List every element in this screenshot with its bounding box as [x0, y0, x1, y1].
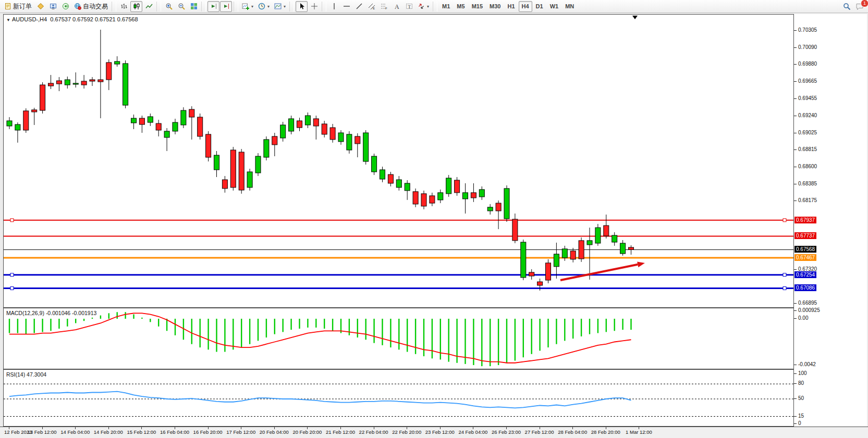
label-button[interactable]: T — [403, 1, 415, 12]
crosshair-button[interactable] — [308, 1, 320, 12]
price-chart-pane[interactable]: ▼AUDUSD-,H4 0.67537 0.67592 0.67521 0.67… — [3, 14, 794, 308]
symbol-dropdown-icon[interactable]: ▼ — [6, 18, 10, 22]
macd-signal-value: -0.001913 — [72, 310, 96, 316]
market-watch-button[interactable] — [34, 1, 46, 12]
news-button[interactable] — [59, 1, 71, 12]
rsi-value: 47.3004 — [27, 371, 46, 378]
line-chart-button[interactable] — [143, 1, 155, 12]
price-line-label: 0.67937 — [794, 217, 816, 223]
chart-shift-button[interactable] — [220, 1, 232, 12]
periods-button[interactable]: ▾ — [256, 1, 272, 12]
notifications-button[interactable]: 1 — [853, 1, 866, 12]
templates-button[interactable]: ▾ — [272, 1, 288, 12]
axis-tick-mark — [794, 64, 797, 65]
toolbar-separator — [201, 2, 206, 11]
axis-tick-mark — [794, 416, 797, 417]
time-label: 13 Feb 12:00 — [28, 429, 57, 435]
tile-windows-button[interactable] — [188, 1, 200, 12]
bar-chart-button[interactable] — [118, 1, 130, 12]
timeframe-m15-button[interactable]: M15 — [469, 1, 486, 12]
zoom-out-button[interactable] — [175, 1, 187, 12]
ohlc-high: 0.67592 — [72, 16, 93, 22]
toolbar-separator — [433, 2, 437, 11]
price-tick: 0.68175 — [798, 197, 817, 203]
signal-icon — [62, 3, 69, 10]
macd-chart[interactable] — [4, 308, 793, 369]
axis-tick-mark — [794, 269, 797, 270]
macd-pane[interactable]: MACD(12,26,9) -0.001046 -0.001913 — [3, 308, 794, 369]
text-button[interactable]: A — [390, 1, 402, 12]
cursor-button[interactable] — [296, 1, 308, 12]
timeframe-d1-button[interactable]: D1 — [533, 1, 546, 12]
timeframe-h1-button[interactable]: H1 — [504, 1, 518, 12]
chart-header: ▼AUDUSD-,H4 0.67537 0.67592 0.67521 0.67… — [6, 16, 138, 22]
search-icon — [843, 3, 851, 10]
axis-tick-mark — [794, 423, 797, 424]
new-order-button[interactable]: 新订单 — [2, 1, 34, 12]
rsi-axis-tick: 80 — [798, 380, 804, 386]
horizontal-line-icon — [343, 3, 350, 10]
price-tick: 0.66895 — [798, 300, 817, 306]
chart-window: ▼AUDUSD-,H4 0.67537 0.67592 0.67521 0.67… — [0, 14, 868, 438]
auto-scroll-button[interactable] — [207, 1, 219, 12]
search-button[interactable] — [841, 1, 853, 12]
price-tick: 0.68815 — [798, 146, 817, 152]
ohlc-low: 0.67521 — [95, 16, 116, 22]
vertical-line-button[interactable] — [328, 1, 340, 12]
price-line-label: 0.67737 — [794, 232, 816, 239]
time-axis[interactable]: 12 Feb 202313 Feb 12:0014 Feb 04:0014 Fe… — [0, 427, 868, 438]
chevron-down-icon: ▾ — [267, 4, 270, 9]
time-label: 24 Feb 04:00 — [458, 429, 487, 435]
ohlc-close: 0.67568 — [117, 16, 138, 22]
time-label: 1 Mar 12:00 — [626, 429, 652, 435]
axis-tick-mark — [794, 47, 797, 48]
zoom-in-button[interactable] — [163, 1, 175, 12]
time-label: 14 Feb 20:00 — [94, 429, 123, 435]
toolbar-separator — [322, 2, 326, 11]
time-label: 14 Feb 04:00 — [60, 429, 90, 435]
fibonacci-button[interactable]: F — [378, 1, 390, 12]
bar-chart-icon — [120, 3, 128, 10]
rsi-axis-tick: 100 — [798, 370, 807, 376]
macd-axis-tick: 0.00 — [798, 315, 808, 321]
time-label: 28 Feb 20:00 — [591, 429, 620, 435]
timeframe-m30-button[interactable]: M30 — [486, 1, 504, 12]
rsi-pane[interactable]: RSI(14) 47.3004 — [3, 369, 794, 427]
timeframe-mn-button[interactable]: MN — [562, 1, 577, 12]
arrows-button[interactable]: ▾ — [415, 1, 431, 12]
chevron-down-icon: ▾ — [251, 4, 253, 9]
rsi-axis-tick: 15 — [798, 413, 804, 419]
timeframe-h4-button[interactable]: H4 — [519, 1, 532, 12]
macd-axis-tick: -0.0042 — [798, 361, 816, 367]
rsi-chart[interactable] — [4, 370, 793, 426]
profile-button[interactable] — [47, 1, 59, 12]
notification-badge: 1 — [861, 0, 868, 7]
horizontal-line-button[interactable] — [340, 1, 352, 12]
time-label: 21 Feb 12:00 — [326, 429, 355, 435]
axis-tick-mark — [794, 383, 797, 384]
text-icon: A — [393, 3, 400, 10]
svg-text:F: F — [385, 7, 387, 10]
vertical-line-icon — [331, 3, 338, 10]
candlestick-chart[interactable] — [4, 15, 793, 307]
price-line-label: 0.67467 — [794, 254, 816, 261]
auto-scroll-icon — [210, 3, 217, 10]
axis-tick-mark — [794, 149, 797, 150]
timeframe-w1-button[interactable]: W1 — [547, 1, 562, 12]
axis-tick-mark — [794, 116, 797, 116]
axis-tick-mark — [794, 81, 797, 82]
timeframe-m1-button[interactable]: M1 — [439, 1, 453, 12]
axis-tick-mark — [794, 184, 797, 184]
price-line-label: 0.67568 — [794, 246, 816, 253]
channel-button[interactable]: E — [365, 1, 377, 12]
axis-tick-mark — [794, 373, 797, 374]
rsi-axis-tick: 0 — [798, 420, 801, 426]
timeframe-m5-button[interactable]: M5 — [454, 1, 468, 12]
auto-trading-button[interactable]: 自动交易 — [72, 1, 110, 12]
axis-tick-mark — [794, 310, 797, 311]
svg-text:E: E — [373, 7, 375, 10]
trendline-button[interactable] — [353, 1, 365, 12]
axis-tick-mark — [794, 303, 797, 304]
indicators-button[interactable]: ▾ — [240, 1, 255, 12]
candlestick-chart-button[interactable] — [130, 1, 142, 12]
